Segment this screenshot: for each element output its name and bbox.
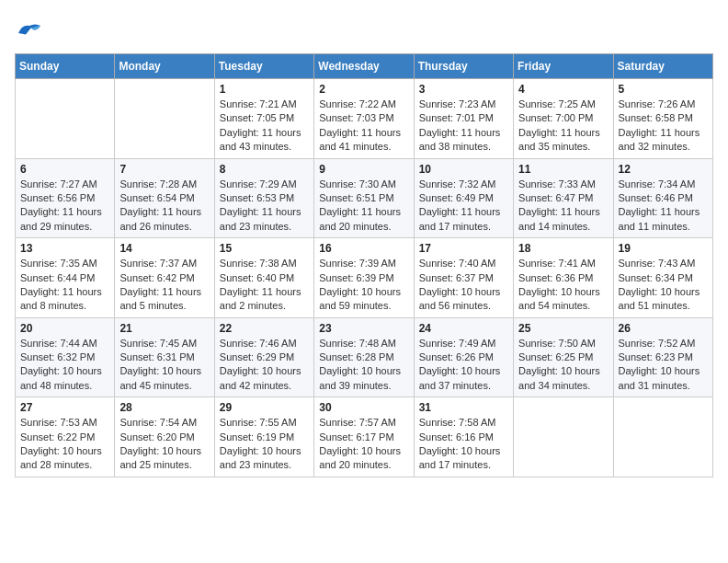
day-number: 2	[319, 83, 408, 96]
day-info: Sunrise: 7:49 AMSunset: 6:26 PMDaylight:…	[419, 337, 508, 394]
calendar-cell: 15Sunrise: 7:38 AMSunset: 6:40 PMDayligh…	[214, 238, 313, 318]
calendar-cell: 13Sunrise: 7:35 AMSunset: 6:44 PMDayligh…	[16, 238, 115, 318]
day-number: 9	[319, 163, 408, 176]
calendar-cell: 24Sunrise: 7:49 AMSunset: 6:26 PMDayligh…	[414, 317, 513, 397]
day-number: 5	[619, 83, 708, 96]
calendar-cell: 7Sunrise: 7:28 AMSunset: 6:54 PMDaylight…	[115, 158, 214, 238]
calendar-cell: 17Sunrise: 7:40 AMSunset: 6:37 PMDayligh…	[414, 238, 513, 318]
day-info: Sunrise: 7:54 AMSunset: 6:20 PMDaylight:…	[119, 416, 209, 473]
calendar-cell: 4Sunrise: 7:25 AMSunset: 7:00 PMDaylight…	[514, 79, 613, 159]
day-info: Sunrise: 7:53 AMSunset: 6:22 PMDaylight:…	[20, 416, 109, 473]
day-number: 24	[419, 322, 508, 335]
column-header-thursday: Thursday	[414, 54, 513, 79]
calendar-week-row: 27Sunrise: 7:53 AMSunset: 6:22 PMDayligh…	[16, 397, 713, 477]
calendar-cell: 11Sunrise: 7:33 AMSunset: 6:47 PMDayligh…	[514, 158, 613, 238]
day-number: 25	[518, 322, 608, 335]
column-header-saturday: Saturday	[613, 54, 712, 79]
calendar-header-row: SundayMondayTuesdayWednesdayThursdayFrid…	[16, 54, 713, 79]
calendar-cell: 14Sunrise: 7:37 AMSunset: 6:42 PMDayligh…	[115, 238, 214, 318]
calendar-week-row: 1Sunrise: 7:21 AMSunset: 7:05 PMDaylight…	[16, 79, 713, 159]
calendar-cell: 2Sunrise: 7:22 AMSunset: 7:03 PMDaylight…	[314, 79, 414, 159]
calendar-cell: 10Sunrise: 7:32 AMSunset: 6:49 PMDayligh…	[414, 158, 513, 238]
calendar-cell: 25Sunrise: 7:50 AMSunset: 6:25 PMDayligh…	[514, 317, 613, 397]
day-info: Sunrise: 7:34 AMSunset: 6:46 PMDaylight:…	[619, 178, 708, 235]
day-number: 13	[20, 242, 109, 255]
calendar-cell: 30Sunrise: 7:57 AMSunset: 6:17 PMDayligh…	[314, 397, 414, 477]
column-header-sunday: Sunday	[16, 54, 115, 79]
day-number: 14	[119, 242, 209, 255]
calendar-cell: 5Sunrise: 7:26 AMSunset: 6:58 PMDaylight…	[613, 79, 712, 159]
day-number: 10	[419, 163, 508, 176]
day-info: Sunrise: 7:28 AMSunset: 6:54 PMDaylight:…	[119, 178, 209, 235]
day-number: 31	[419, 401, 508, 414]
day-number: 27	[20, 401, 109, 414]
day-number: 11	[518, 163, 608, 176]
calendar-week-row: 20Sunrise: 7:44 AMSunset: 6:32 PMDayligh…	[16, 317, 713, 397]
day-info: Sunrise: 7:39 AMSunset: 6:39 PMDaylight:…	[319, 257, 408, 314]
day-info: Sunrise: 7:27 AMSunset: 6:56 PMDaylight:…	[20, 178, 109, 235]
calendar-cell: 8Sunrise: 7:29 AMSunset: 6:53 PMDaylight…	[214, 158, 313, 238]
calendar-cell: 19Sunrise: 7:43 AMSunset: 6:34 PMDayligh…	[613, 238, 712, 318]
day-info: Sunrise: 7:37 AMSunset: 6:42 PMDaylight:…	[119, 257, 209, 314]
calendar-cell: 12Sunrise: 7:34 AMSunset: 6:46 PMDayligh…	[613, 158, 712, 238]
calendar-cell: 26Sunrise: 7:52 AMSunset: 6:23 PMDayligh…	[613, 317, 712, 397]
day-info: Sunrise: 7:50 AMSunset: 6:25 PMDaylight:…	[518, 337, 608, 394]
day-number: 7	[119, 163, 209, 176]
column-header-monday: Monday	[115, 54, 214, 79]
calendar-cell: 21Sunrise: 7:45 AMSunset: 6:31 PMDayligh…	[115, 317, 214, 397]
column-header-wednesday: Wednesday	[314, 54, 414, 79]
day-number: 20	[20, 322, 109, 335]
calendar-cell: 18Sunrise: 7:41 AMSunset: 6:36 PMDayligh…	[514, 238, 613, 318]
day-info: Sunrise: 7:41 AMSunset: 6:36 PMDaylight:…	[518, 257, 608, 314]
day-number: 29	[220, 401, 309, 414]
day-number: 15	[220, 242, 309, 255]
calendar-cell	[514, 397, 613, 477]
day-number: 19	[619, 242, 708, 255]
day-info: Sunrise: 7:30 AMSunset: 6:51 PMDaylight:…	[319, 178, 408, 235]
page-header	[15, 15, 713, 44]
calendar-cell: 9Sunrise: 7:30 AMSunset: 6:51 PMDaylight…	[314, 158, 414, 238]
day-number: 23	[319, 322, 408, 335]
calendar-cell: 29Sunrise: 7:55 AMSunset: 6:19 PMDayligh…	[214, 397, 313, 477]
day-info: Sunrise: 7:29 AMSunset: 6:53 PMDaylight:…	[220, 178, 309, 235]
day-info: Sunrise: 7:26 AMSunset: 6:58 PMDaylight:…	[619, 98, 708, 155]
day-info: Sunrise: 7:48 AMSunset: 6:28 PMDaylight:…	[319, 337, 408, 394]
day-info: Sunrise: 7:57 AMSunset: 6:17 PMDaylight:…	[319, 416, 408, 473]
day-number: 30	[319, 401, 408, 414]
day-info: Sunrise: 7:43 AMSunset: 6:34 PMDaylight:…	[619, 257, 708, 314]
day-info: Sunrise: 7:21 AMSunset: 7:05 PMDaylight:…	[220, 98, 309, 155]
calendar-cell: 27Sunrise: 7:53 AMSunset: 6:22 PMDayligh…	[16, 397, 115, 477]
day-info: Sunrise: 7:45 AMSunset: 6:31 PMDaylight:…	[119, 337, 209, 394]
calendar-cell	[115, 79, 214, 159]
day-info: Sunrise: 7:25 AMSunset: 7:00 PMDaylight:…	[518, 98, 608, 155]
calendar-cell: 6Sunrise: 7:27 AMSunset: 6:56 PMDaylight…	[16, 158, 115, 238]
day-number: 8	[220, 163, 309, 176]
day-number: 26	[619, 322, 708, 335]
day-info: Sunrise: 7:52 AMSunset: 6:23 PMDaylight:…	[619, 337, 708, 394]
day-number: 3	[419, 83, 508, 96]
calendar-cell: 20Sunrise: 7:44 AMSunset: 6:32 PMDayligh…	[16, 317, 115, 397]
day-info: Sunrise: 7:58 AMSunset: 6:16 PMDaylight:…	[419, 416, 508, 473]
day-number: 16	[319, 242, 408, 255]
calendar-table: SundayMondayTuesdayWednesdayThursdayFrid…	[15, 53, 713, 477]
calendar-week-row: 13Sunrise: 7:35 AMSunset: 6:44 PMDayligh…	[16, 238, 713, 318]
column-header-tuesday: Tuesday	[214, 54, 313, 79]
day-info: Sunrise: 7:55 AMSunset: 6:19 PMDaylight:…	[220, 416, 309, 473]
day-number: 21	[119, 322, 209, 335]
day-info: Sunrise: 7:35 AMSunset: 6:44 PMDaylight:…	[20, 257, 109, 314]
logo	[15, 15, 48, 44]
calendar-cell: 3Sunrise: 7:23 AMSunset: 7:01 PMDaylight…	[414, 79, 513, 159]
day-number: 6	[20, 163, 109, 176]
column-header-friday: Friday	[514, 54, 613, 79]
calendar-cell	[16, 79, 115, 159]
calendar-week-row: 6Sunrise: 7:27 AMSunset: 6:56 PMDaylight…	[16, 158, 713, 238]
calendar-cell: 23Sunrise: 7:48 AMSunset: 6:28 PMDayligh…	[314, 317, 414, 397]
calendar-cell: 1Sunrise: 7:21 AMSunset: 7:05 PMDaylight…	[214, 79, 313, 159]
day-info: Sunrise: 7:46 AMSunset: 6:29 PMDaylight:…	[220, 337, 309, 394]
calendar-cell: 22Sunrise: 7:46 AMSunset: 6:29 PMDayligh…	[214, 317, 313, 397]
logo-icon	[15, 15, 44, 44]
day-number: 1	[220, 83, 309, 96]
calendar-cell: 28Sunrise: 7:54 AMSunset: 6:20 PMDayligh…	[115, 397, 214, 477]
day-number: 12	[619, 163, 708, 176]
day-number: 22	[220, 322, 309, 335]
